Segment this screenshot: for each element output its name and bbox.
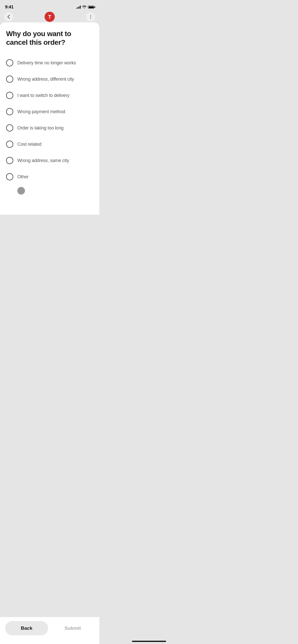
page-title: Why do you want to cancel this order? — [6, 30, 93, 47]
nav-more-button[interactable] — [86, 12, 95, 21]
option-delivery-time-label: Delivery time no longer works — [17, 60, 76, 66]
radio-cost[interactable] — [6, 141, 13, 148]
radio-switch-delivery[interactable] — [6, 92, 13, 99]
option-other[interactable]: Other — [6, 169, 93, 185]
main-card: Why do you want to cancel this order? De… — [0, 22, 99, 215]
radio-wrong-address-same[interactable] — [6, 157, 13, 164]
option-other-label: Other — [17, 174, 29, 180]
radio-wrong-payment[interactable] — [6, 108, 13, 115]
radio-delivery-time[interactable] — [6, 59, 13, 66]
option-too-long[interactable]: Order is taking too long — [6, 120, 93, 136]
radio-wrong-address-diff[interactable] — [6, 76, 13, 83]
battery-icon — [88, 6, 94, 9]
scroll-indicator — [17, 187, 25, 195]
top-nav: T — [0, 11, 99, 22]
option-wrong-address-same[interactable]: Wrong address, same city — [6, 152, 93, 169]
option-wrong-payment-label: Wrong payment method — [17, 109, 65, 114]
option-wrong-payment[interactable]: Wrong payment method — [6, 104, 93, 120]
app-logo: T — [45, 12, 55, 22]
status-time: 9:41 — [5, 5, 13, 10]
option-too-long-label: Order is taking too long — [17, 125, 63, 131]
svg-point-1 — [90, 17, 91, 17]
signal-icon — [76, 6, 81, 9]
option-delivery-time[interactable]: Delivery time no longer works — [6, 55, 93, 71]
status-icons — [76, 5, 94, 9]
option-wrong-address-diff[interactable]: Wrong address, different city — [6, 71, 93, 87]
svg-point-2 — [90, 18, 91, 19]
option-switch-delivery[interactable]: I want to switch to delivery — [6, 87, 93, 104]
cancel-reasons-list: Delivery time no longer works Wrong addr… — [6, 55, 93, 185]
svg-point-0 — [90, 15, 91, 16]
nav-back-button[interactable] — [4, 12, 13, 21]
option-cost-label: Cost related — [17, 142, 42, 147]
radio-other[interactable] — [6, 173, 13, 180]
option-switch-delivery-label: I want to switch to delivery — [17, 93, 70, 98]
option-wrong-address-diff-label: Wrong address, different city — [17, 77, 74, 82]
status-bar: 9:41 — [0, 0, 99, 11]
radio-too-long[interactable] — [6, 124, 13, 131]
wifi-icon — [82, 5, 86, 9]
option-cost[interactable]: Cost related — [6, 136, 93, 152]
option-wrong-address-same-label: Wrong address, same city — [17, 158, 69, 163]
